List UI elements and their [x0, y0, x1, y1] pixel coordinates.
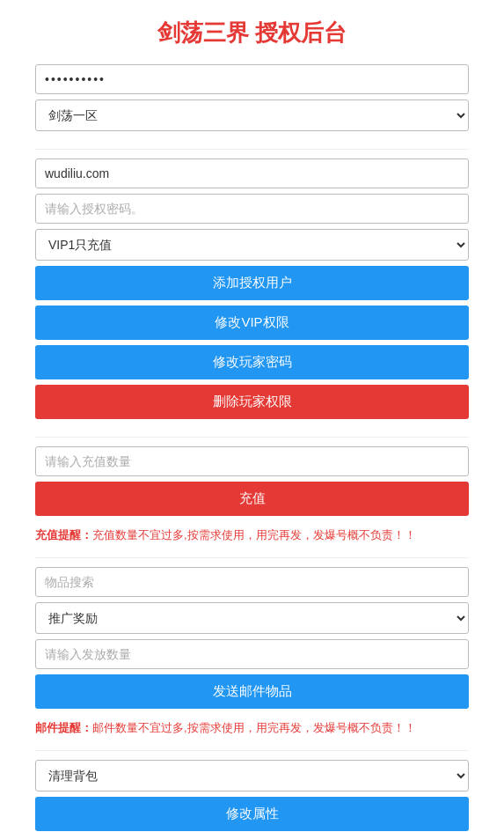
item-search-input[interactable]: [35, 567, 469, 597]
send-mail-button[interactable]: 发送邮件物品: [35, 674, 469, 709]
page-title: 剑荡三界 授权后台: [35, 18, 469, 48]
divider-2: [35, 437, 469, 438]
username-input[interactable]: [35, 158, 469, 188]
password-input[interactable]: [35, 64, 469, 94]
divider-1: [35, 149, 469, 150]
auth-password-input[interactable]: [35, 194, 469, 224]
user-management-section: VIP1只充值 VIP2 VIP3 VIP4 VIP5 添加授权用户 修改VIP…: [35, 158, 469, 424]
recharge-tip-text: 充值数量不宜过多,按需求使用，用完再发，发爆号概不负责！！: [92, 528, 416, 541]
server-select[interactable]: 剑荡一区 剑荡二区 剑荡三区: [35, 99, 469, 131]
modify-password-button[interactable]: 修改玩家密码: [35, 345, 469, 379]
mail-tip: 邮件提醒：邮件数量不宜过多,按需求使用，用完再发，发爆号概不负责！！: [35, 719, 469, 738]
send-quantity-input[interactable]: [35, 639, 469, 669]
recharge-section: 充值 充值提醒：充值数量不宜过多,按需求使用，用完再发，发爆号概不负责！！: [35, 446, 469, 545]
mail-tip-text: 邮件数量不宜过多,按需求使用，用完再发，发爆号概不负责！！: [92, 721, 416, 734]
recharge-input[interactable]: [35, 446, 469, 476]
recharge-tip: 充值提醒：充值数量不宜过多,按需求使用，用完再发，发爆号概不负责！！: [35, 526, 469, 545]
bag-section: 清理背包 清理仓库 清理装备 修改属性 清包提醒：先让玩家下线，然后后台输入玩家…: [35, 760, 469, 832]
bag-select[interactable]: 清理背包 清理仓库 清理装备: [35, 760, 469, 792]
divider-4: [35, 750, 469, 751]
mail-section: 推广奖励 其他奖励 发送邮件物品 邮件提醒：邮件数量不宜过多,按需求使用，用完再…: [35, 567, 469, 738]
modify-attr-button[interactable]: 修改属性: [35, 797, 469, 831]
delete-player-button[interactable]: 删除玩家权限: [35, 385, 469, 419]
recharge-button[interactable]: 充值: [35, 482, 469, 516]
vip-select[interactable]: VIP1只充值 VIP2 VIP3 VIP4 VIP5: [35, 229, 469, 261]
reward-select[interactable]: 推广奖励 其他奖励: [35, 602, 469, 634]
mail-tip-label: 邮件提醒：: [35, 721, 92, 734]
login-section: 剑荡一区 剑荡二区 剑荡三区: [35, 64, 469, 136]
recharge-tip-label: 充值提醒：: [35, 528, 92, 541]
divider-3: [35, 557, 469, 558]
add-user-button[interactable]: 添加授权用户: [35, 266, 469, 300]
modify-vip-button[interactable]: 修改VIP权限: [35, 306, 469, 340]
